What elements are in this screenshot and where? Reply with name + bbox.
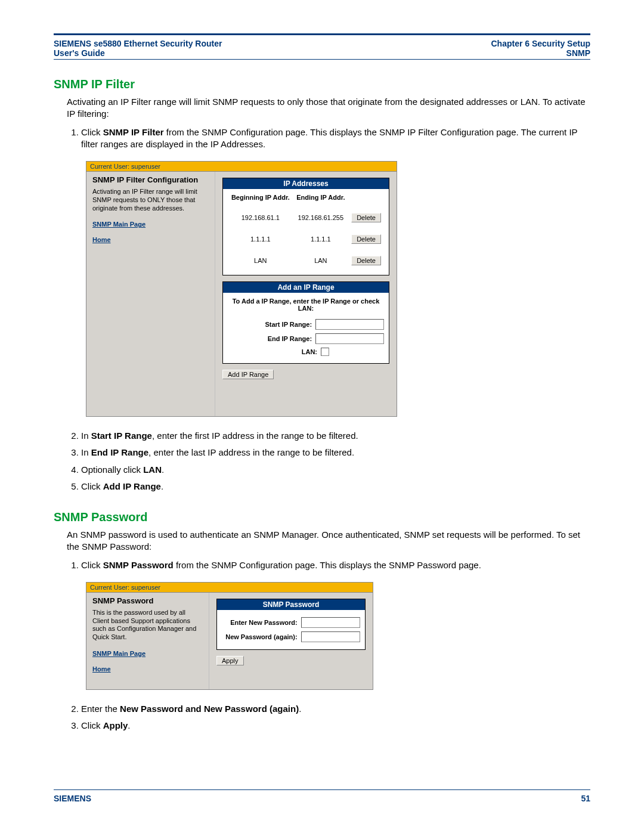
text: . [161,481,163,491]
form-row-lan: LAN: [228,348,384,356]
text-bold: End IP Range [91,447,148,457]
screenshot-body: SNMP Password This is the password used … [86,593,373,689]
text-bold: Add IP Range [103,481,161,491]
text: from the SNMP Configuration page. This d… [174,560,481,570]
screenshot-password: Current User: superuser SNMP Password Th… [86,582,373,690]
text: Click [81,560,103,570]
page: SIEMENS se5880 Ethernet Security Router … [0,0,644,833]
label-start-ip: Start IP Range: [228,321,315,328]
text-bold: LAN [143,465,162,475]
add-ip-range-body: To Add a IP Range, enter the IP Range or… [223,293,389,363]
lan-checkbox[interactable] [321,348,329,356]
cell-end: 1.1.1.1 [293,228,349,250]
text: In [81,431,91,441]
text: In [81,447,91,457]
intro-ip-filter: Activating an IP Filter range will limit… [67,96,590,120]
steps-ip-filter: Click SNMP IP Filter from the SNMP Confi… [81,126,590,151]
step-5: Click Add IP Range. [81,481,590,493]
delete-button[interactable]: Delete [351,213,381,222]
side-panel: SNMP IP Filter Configuration Activating … [86,172,215,416]
link-home[interactable]: Home [92,665,203,673]
step-2: Enter the New Password and New Password … [81,703,590,715]
header-chapter: Chapter 6 Security Setup [491,39,591,48]
text-bold: SNMP IP Filter [103,127,164,137]
ip-table: Beginning IP Addr. Ending IP Addr. 192.1… [228,193,384,271]
add-ip-range-button[interactable]: Add IP Range [222,370,274,379]
side-panel: SNMP Password This is the password used … [86,593,209,689]
screenshot-ip-filter: Current User: superuser SNMP IP Filter C… [86,161,397,417]
start-ip-input[interactable] [315,319,384,330]
main-panel: IP Addresses Beginning IP Addr. Ending I… [215,172,397,386]
delete-button[interactable]: Delete [351,234,381,244]
password-again-input[interactable] [301,631,360,642]
page-footer: SIEMENS 51 [54,789,590,803]
col-action [348,193,384,207]
cell-begin: 192.168.61.1 [228,207,293,228]
footer-row: SIEMENS 51 [54,790,590,803]
text-bold: SNMP Password [103,560,174,570]
ip-addresses-header: IP Addresses [223,178,389,189]
text: Enter the [81,704,120,714]
step-4: Optionally click LAN. [81,464,590,476]
apply-button[interactable]: Apply [216,656,244,665]
table-header-row: Beginning IP Addr. Ending IP Addr. [228,193,384,207]
page-header: SIEMENS se5880 Ethernet Security Router … [54,36,590,59]
footer-brand: SIEMENS [54,794,91,803]
text-bold: New Password and New Password (again) [120,704,299,714]
add-ip-range-box: Add an IP Range To Add a IP Range, enter… [222,281,389,364]
table-row: LAN LAN Delete [228,250,384,271]
text: Optionally click [81,465,143,475]
text-bold: Apply [103,720,128,730]
step-3: Click Apply. [81,720,590,732]
label-password-again: New Password (again): [222,633,301,640]
header-title: SIEMENS se5880 Ethernet Security Router [54,39,222,48]
current-user-bar: Current User: superuser [86,162,397,172]
text: . [299,704,301,714]
cell-end: 192.168.61.255 [293,207,349,228]
text: Click [81,720,103,730]
cell-end: LAN [293,250,349,271]
side-title: SNMP IP Filter Configuration [92,175,209,184]
form-row-start: Start IP Range: [228,319,384,330]
text: , enter the last IP address in the range… [148,447,354,457]
ip-addresses-box: IP Addresses Beginning IP Addr. Ending I… [222,178,389,275]
step-1: Click SNMP IP Filter from the SNMP Confi… [81,126,590,151]
snmp-password-body: Enter New Password: New Password (again)… [217,610,365,649]
form-row-end: End IP Range: [228,333,384,344]
add-ip-range-header: Add an IP Range [223,282,389,293]
text: Click [81,127,103,137]
link-home[interactable]: Home [92,236,209,243]
form-row-new-password: Enter New Password: [222,617,360,628]
col-end: Ending IP Addr. [293,193,349,207]
page-number: 51 [581,794,590,803]
step-2: In Start IP Range, enter the first IP ad… [81,430,590,442]
delete-button[interactable]: Delete [351,256,381,265]
step-1: Click SNMP Password from the SNMP Config… [81,559,590,571]
header-rule-thick [54,33,590,35]
step-3: In End IP Range, enter the last IP addre… [81,447,590,459]
link-snmp-main[interactable]: SNMP Main Page [92,650,203,657]
label-lan: LAN: [228,348,321,355]
header-subtitle: User's Guide [54,48,222,58]
snmp-password-header: SNMP Password [217,599,365,610]
main-panel: SNMP Password Enter New Password: New Pa… [209,593,373,673]
ip-addresses-body: Beginning IP Addr. Ending IP Addr. 192.1… [223,189,389,275]
text: Click [81,481,103,491]
table-row: 192.168.61.1 192.168.61.255 Delete [228,207,384,228]
table-row: 1.1.1.1 1.1.1.1 Delete [228,228,384,250]
text: , enter the first IP address in the rang… [152,431,358,441]
side-title: SNMP Password [92,596,203,605]
heading-snmp-password: SNMP Password [54,510,590,524]
screenshot-body: SNMP IP Filter Configuration Activating … [86,172,397,416]
side-description: Activating an IP Filter range will limit… [92,188,209,212]
intro-password: An SNMP password is used to authenticate… [67,529,590,553]
link-snmp-main[interactable]: SNMP Main Page [92,221,209,228]
end-ip-input[interactable] [315,333,384,344]
text-bold: Start IP Range [91,431,152,441]
text: . [128,720,130,730]
form-row-password-again: New Password (again): [222,631,360,642]
current-user-bar: Current User: superuser [86,583,373,593]
steps-password: Click SNMP Password from the SNMP Config… [81,559,590,571]
new-password-input[interactable] [301,617,360,628]
header-rule-thin [54,59,590,60]
